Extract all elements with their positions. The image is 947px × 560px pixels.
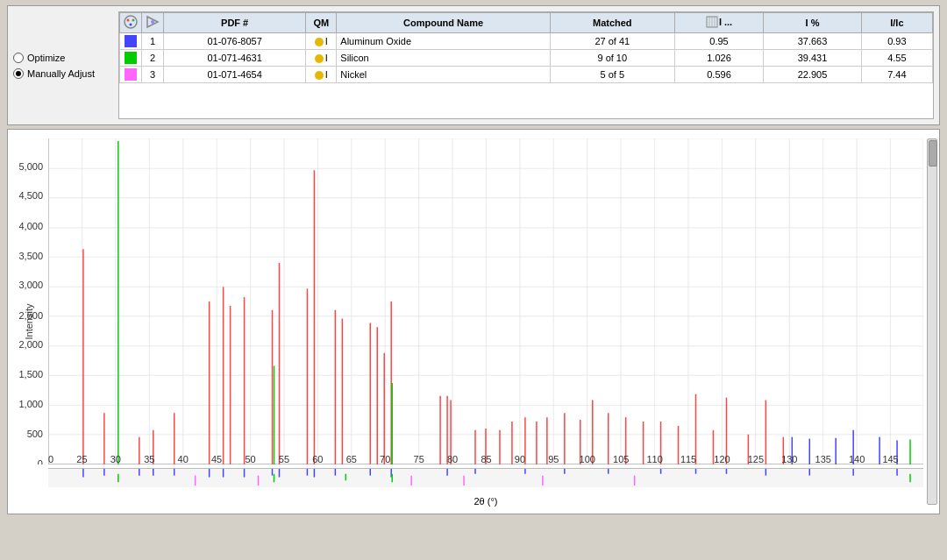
row-i-pct: 37.663 bbox=[764, 33, 862, 50]
svg-text:90: 90 bbox=[515, 454, 525, 464]
row-matched: 5 of 5 bbox=[550, 67, 674, 83]
svg-text:4,000: 4,000 bbox=[18, 221, 43, 231]
row-i: 0.596 bbox=[674, 67, 763, 83]
svg-text:2,000: 2,000 bbox=[18, 339, 43, 350]
optimize-label: Optimize bbox=[27, 53, 65, 63]
row-i-ic: 7.44 bbox=[861, 67, 932, 83]
table-row[interactable]: 1 01-076-8057 I Aluminum Oxide 27 of 41 … bbox=[120, 33, 933, 50]
svg-text:5,000: 5,000 bbox=[18, 162, 43, 173]
col-pdf[interactable]: PDF # bbox=[164, 13, 306, 33]
scrollbar-thumb[interactable] bbox=[929, 140, 937, 167]
svg-text:60: 60 bbox=[312, 454, 323, 464]
table-header-row: PDF # QM Compound Name Matched I ... I %… bbox=[120, 13, 933, 33]
svg-text:40: 40 bbox=[178, 454, 189, 464]
svg-text:1,500: 1,500 bbox=[18, 370, 43, 380]
col-matched[interactable]: Matched bbox=[550, 13, 674, 33]
optimize-radio[interactable]: Optimize bbox=[13, 53, 110, 63]
scrollbar[interactable] bbox=[927, 138, 937, 505]
row-color bbox=[120, 33, 142, 50]
row-qm: I bbox=[306, 50, 337, 67]
row-name: Silicon bbox=[337, 50, 550, 67]
svg-text:125: 125 bbox=[748, 454, 764, 464]
svg-text:20: 20 bbox=[48, 454, 53, 464]
manually-adjust-radio-circle bbox=[13, 68, 24, 79]
x-axis-label: 2θ (°) bbox=[48, 496, 923, 507]
row-i: 0.95 bbox=[674, 33, 763, 50]
row-i: 1.026 bbox=[674, 50, 763, 67]
svg-point-2 bbox=[132, 19, 135, 22]
compound-table: PDF # QM Compound Name Matched I ... I %… bbox=[119, 12, 933, 83]
col-icon1 bbox=[120, 13, 142, 33]
svg-text:70: 70 bbox=[380, 454, 390, 464]
row-qm: I bbox=[306, 67, 337, 83]
chart-svg bbox=[48, 138, 923, 464]
svg-text:100: 100 bbox=[580, 454, 595, 464]
svg-point-4 bbox=[151, 20, 154, 24]
svg-text:50: 50 bbox=[245, 454, 255, 464]
row-matched: 9 of 10 bbox=[550, 50, 674, 67]
col-compound[interactable]: Compound Name bbox=[337, 13, 550, 33]
svg-text:85: 85 bbox=[481, 454, 491, 464]
svg-text:120: 120 bbox=[714, 454, 730, 464]
col-i-dots[interactable]: I ... bbox=[674, 13, 763, 33]
row-i-ic: 0.93 bbox=[861, 33, 932, 50]
svg-text:95: 95 bbox=[548, 454, 559, 464]
row-pdf: 01-071-4631 bbox=[164, 50, 306, 67]
svg-text:25: 25 bbox=[76, 454, 87, 464]
svg-text:55: 55 bbox=[279, 454, 289, 464]
optimize-radio-circle bbox=[13, 53, 24, 63]
svg-text:140: 140 bbox=[849, 454, 865, 464]
svg-text:130: 130 bbox=[781, 454, 797, 464]
svg-text:0: 0 bbox=[38, 458, 43, 464]
svg-text:80: 80 bbox=[447, 454, 458, 464]
svg-point-0 bbox=[125, 16, 137, 28]
svg-text:115: 115 bbox=[680, 454, 696, 464]
compound-table-container: PDF # QM Compound Name Matched I ... I %… bbox=[118, 11, 934, 119]
col-i-pct[interactable]: I % bbox=[764, 13, 862, 33]
x-axis-ticks: 20 25 30 35 40 45 50 55 60 65 70 75 80 8… bbox=[48, 450, 923, 468]
row-num: 3 bbox=[142, 67, 164, 83]
svg-text:135: 135 bbox=[815, 454, 831, 464]
row-name: Nickel bbox=[337, 67, 550, 83]
svg-text:1,000: 1,000 bbox=[18, 400, 43, 410]
svg-text:30: 30 bbox=[110, 454, 121, 464]
row-pdf: 01-071-4654 bbox=[164, 67, 306, 83]
top-panel: Optimize Manually Adjust PDF # QM Compou… bbox=[7, 5, 940, 125]
row-color bbox=[120, 50, 142, 67]
table-row[interactable]: 2 01-071-4631 I Silicon 9 of 10 1.026 39… bbox=[120, 50, 933, 67]
row-i-pct: 22.905 bbox=[764, 67, 862, 83]
svg-text:3,000: 3,000 bbox=[18, 280, 43, 291]
manually-adjust-radio[interactable]: Manually Adjust bbox=[13, 68, 110, 79]
svg-text:3,500: 3,500 bbox=[18, 251, 43, 261]
row-num: 1 bbox=[142, 33, 164, 50]
row-color bbox=[120, 67, 142, 83]
svg-point-1 bbox=[127, 19, 130, 22]
svg-text:45: 45 bbox=[211, 454, 222, 464]
svg-text:75: 75 bbox=[414, 454, 424, 464]
col-icon2 bbox=[142, 13, 164, 33]
svg-text:105: 105 bbox=[613, 454, 629, 464]
row-i-ic: 4.55 bbox=[861, 50, 932, 67]
svg-text:35: 35 bbox=[144, 454, 154, 464]
manually-adjust-label: Manually Adjust bbox=[27, 68, 95, 79]
row-num: 2 bbox=[142, 50, 164, 67]
svg-text:65: 65 bbox=[346, 454, 357, 464]
col-qm[interactable]: QM bbox=[306, 13, 337, 33]
tick-marks-area bbox=[48, 468, 923, 487]
row-matched: 27 of 41 bbox=[550, 33, 674, 50]
svg-text:4,500: 4,500 bbox=[18, 191, 43, 202]
row-i-pct: 39.431 bbox=[764, 50, 862, 67]
svg-text:110: 110 bbox=[646, 454, 662, 464]
y-axis-ticks: 0 500 1,000 1,500 2,000 2,500 3,000 3,50… bbox=[8, 138, 46, 464]
svg-text:500: 500 bbox=[27, 429, 43, 439]
radio-group: Optimize Manually Adjust bbox=[13, 11, 110, 119]
table-row[interactable]: 3 01-071-4654 I Nickel 5 of 5 0.596 22.9… bbox=[120, 67, 933, 83]
svg-point-3 bbox=[130, 24, 132, 26]
chart-area: Intensity bbox=[7, 129, 940, 514]
svg-rect-10 bbox=[48, 138, 923, 464]
svg-text:2,500: 2,500 bbox=[18, 310, 43, 321]
svg-text:145: 145 bbox=[882, 454, 898, 464]
row-pdf: 01-076-8057 bbox=[164, 33, 306, 50]
col-i-ic[interactable]: I/Ic bbox=[861, 13, 932, 33]
row-qm: I bbox=[306, 33, 337, 50]
